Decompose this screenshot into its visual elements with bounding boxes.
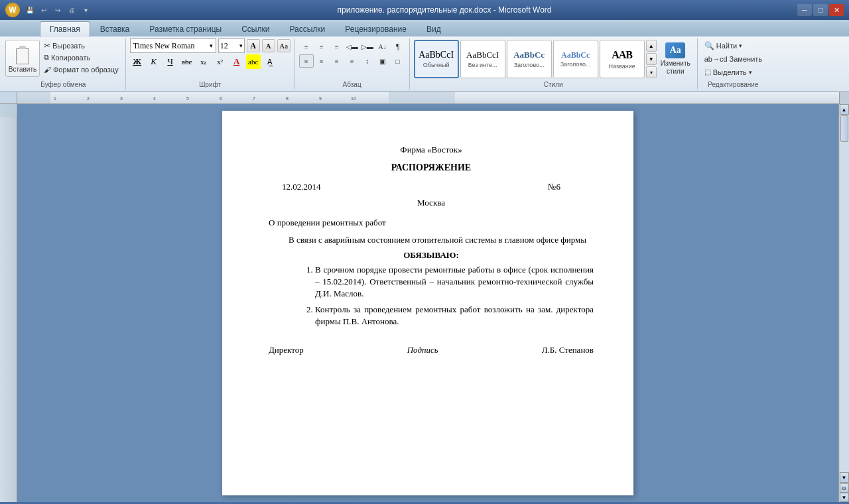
- customize-quick-btn[interactable]: ▾: [80, 4, 92, 16]
- style-sample: AaBbCcI: [419, 50, 454, 61]
- paste-icon: [13, 44, 32, 64]
- decrease-indent-button[interactable]: ◁▬: [345, 40, 359, 53]
- cut-button[interactable]: ✂ Вырезать: [41, 40, 121, 51]
- next-page-button[interactable]: ▼: [840, 493, 849, 502]
- undo-quick-btn[interactable]: ↩: [38, 4, 50, 16]
- document-list: В срочном порядке провести ремонтные раб…: [289, 264, 594, 328]
- subscript-button[interactable]: x₂: [196, 54, 211, 69]
- style-label: Название: [609, 63, 635, 70]
- styles-label: Стили: [544, 80, 563, 90]
- svg-text:5: 5: [186, 96, 189, 101]
- scroll-thumb[interactable]: [840, 115, 848, 142]
- paste-button[interactable]: Вставить: [5, 40, 40, 77]
- style-heading1[interactable]: AaBbCc Заголово...: [507, 40, 552, 78]
- tab-home[interactable]: Главная: [40, 21, 90, 37]
- font-effect-button[interactable]: А̲: [263, 54, 277, 69]
- svg-text:4: 4: [153, 96, 156, 101]
- multilevel-list-button[interactable]: ≡: [330, 40, 344, 53]
- show-marks-button[interactable]: ¶: [391, 40, 405, 53]
- document-city: Москва: [269, 197, 594, 209]
- style-sample: AaBbCc: [561, 50, 590, 60]
- underline-button[interactable]: Ч: [163, 54, 178, 69]
- shading-button[interactable]: ▣: [375, 54, 390, 68]
- copy-button[interactable]: ⧉ Копировать: [41, 52, 121, 63]
- tab-insert[interactable]: Вставка: [90, 21, 140, 36]
- close-button[interactable]: ✕: [829, 4, 844, 16]
- borders-button[interactable]: □: [391, 54, 405, 68]
- print-quick-btn[interactable]: 🖨: [66, 4, 78, 16]
- office-icon[interactable]: W: [5, 3, 20, 17]
- style-normal[interactable]: AaBbCcI Обычный: [414, 40, 459, 78]
- font-group-content: Times New Roman ▾ 12 ▾ A A Aa Ж К Ч abc: [130, 38, 291, 69]
- document-date: 12.02.2014: [282, 181, 321, 193]
- ribbon: Главная Вставка Разметка страницы Ссылки…: [0, 20, 849, 92]
- date-number-row: 12.02.2014 №6: [269, 181, 594, 193]
- ribbon-tabs: Главная Вставка Разметка страницы Ссылки…: [0, 20, 849, 36]
- style-no-spacing[interactable]: AaBbCcI Без инте...: [460, 40, 505, 78]
- style-title[interactable]: ААВ Название: [600, 40, 645, 78]
- font-name-dropdown[interactable]: Times New Roman ▾: [130, 38, 216, 53]
- styles-scroll-down[interactable]: ▼: [646, 53, 657, 65]
- sign-role: Директор: [269, 344, 304, 356]
- styles-more[interactable]: ▾: [646, 66, 657, 78]
- align-left-button[interactable]: ≡: [299, 54, 314, 68]
- signature-row: Директор Подпись Л.Б. Степанов: [269, 344, 594, 356]
- svg-text:7: 7: [253, 96, 255, 101]
- align-center-button[interactable]: ≡: [314, 54, 329, 68]
- tab-page-layout[interactable]: Разметка страницы: [139, 21, 231, 36]
- select-button[interactable]: ⬚ Выделить ▾: [702, 66, 765, 78]
- svg-text:10: 10: [351, 96, 356, 101]
- bullet-list-button[interactable]: ≡: [299, 40, 314, 53]
- line-spacing-button[interactable]: ↕: [360, 54, 375, 68]
- font-color-button[interactable]: А: [229, 54, 244, 69]
- editing-group: 🔍 Найти ▾ ab→cd Заменить ⬚ Выделить ▾: [698, 38, 769, 90]
- scroll-down-button[interactable]: ▼: [840, 472, 849, 483]
- style-heading2[interactable]: AaBbCc Заголово...: [553, 40, 598, 78]
- minimize-button[interactable]: ─: [797, 4, 812, 16]
- replace-button[interactable]: ab→cd Заменить: [702, 53, 765, 64]
- style-label: Заголово...: [514, 62, 545, 68]
- styles-scroll-up[interactable]: ▲: [646, 40, 657, 52]
- font-size-dropdown[interactable]: 12 ▾: [218, 38, 245, 53]
- bold-button[interactable]: Ж: [130, 54, 145, 69]
- align-right-button[interactable]: ≡: [330, 54, 344, 68]
- maximize-button[interactable]: □: [813, 4, 828, 16]
- select-browse-button[interactable]: ⊙: [840, 483, 849, 493]
- highlight-button[interactable]: abc: [246, 54, 261, 69]
- title-bar-title: приложение. распорядительные док.docx - …: [92, 5, 797, 15]
- justify-button[interactable]: ≡: [345, 54, 359, 68]
- tab-mailings[interactable]: Рассылки: [279, 21, 335, 36]
- italic-button[interactable]: К: [147, 54, 161, 69]
- font-grow-button[interactable]: A: [247, 39, 260, 52]
- sort-button[interactable]: A↓: [375, 40, 390, 53]
- tab-review[interactable]: Рецензирование: [335, 21, 417, 36]
- font-shrink-button[interactable]: A: [262, 39, 275, 52]
- clipboard-group: Вставить ✂ Вырезать ⧉ Копировать 🖌 Форма…: [1, 38, 126, 90]
- increase-indent-button[interactable]: ▷▬: [360, 40, 375, 53]
- strikethrough-button[interactable]: abc: [180, 54, 194, 69]
- save-quick-btn[interactable]: 💾: [24, 4, 36, 16]
- document-number: №6: [548, 181, 560, 193]
- superscript-button[interactable]: x²: [213, 54, 228, 69]
- title-bar: W 💾 ↩ ↪ 🖨 ▾ приложение. распорядительные…: [0, 0, 849, 20]
- company-name: Фирма «Восток»: [269, 144, 594, 156]
- quick-access-toolbar: 💾 ↩ ↪ 🖨 ▾: [24, 4, 92, 16]
- paragraph-label: Абзац: [343, 80, 361, 90]
- tab-view[interactable]: Вид: [417, 21, 451, 36]
- document-subject: О проведении ремонтных работ: [269, 217, 594, 229]
- font-group: Times New Roman ▾ 12 ▾ A A Aa Ж К Ч abc: [126, 38, 295, 90]
- clear-format-button[interactable]: Aa: [277, 39, 291, 52]
- change-styles-button[interactable]: Аа Изменитьстили: [658, 40, 693, 78]
- ruler-corner[interactable]: [0, 92, 17, 104]
- document-type: РАСПОРЯЖЕНИЕ: [269, 161, 594, 174]
- redo-quick-btn[interactable]: ↪: [52, 4, 64, 16]
- document-area: Фирма «Восток» РАСПОРЯЖЕНИЕ 12.02.2014 №…: [17, 104, 838, 502]
- scroll-track[interactable]: [840, 115, 849, 472]
- scroll-up-button[interactable]: ▲: [840, 104, 849, 115]
- find-button[interactable]: 🔍 Найти ▾: [702, 40, 765, 51]
- tab-references[interactable]: Ссылки: [231, 21, 279, 36]
- svg-text:8: 8: [286, 96, 289, 101]
- format-painter-button[interactable]: 🖌 Формат по образцу: [41, 64, 121, 75]
- list-item: В срочном порядке провести ремонтные раб…: [315, 264, 594, 300]
- numbered-list-button[interactable]: ≡: [314, 40, 329, 53]
